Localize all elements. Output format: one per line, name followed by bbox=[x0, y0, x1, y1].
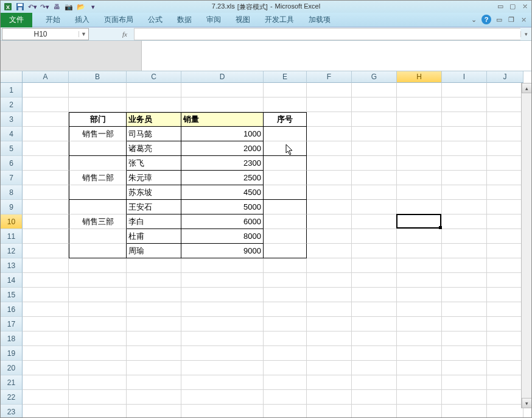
cell-H13[interactable] bbox=[397, 258, 442, 273]
cell-A5[interactable] bbox=[23, 141, 69, 156]
cell-I14[interactable] bbox=[442, 273, 487, 288]
cell-F18[interactable] bbox=[307, 331, 352, 346]
cell-G23[interactable] bbox=[352, 405, 397, 418]
cell-H14[interactable] bbox=[397, 273, 442, 288]
cell-C10[interactable]: 李白 bbox=[127, 214, 181, 229]
cell-E23[interactable] bbox=[264, 405, 307, 418]
cell-J9[interactable] bbox=[487, 200, 523, 214]
cell-G3[interactable] bbox=[352, 112, 397, 127]
cell-D11[interactable]: 8000 bbox=[181, 229, 264, 244]
cell-A3[interactable] bbox=[23, 112, 69, 127]
cell-G14[interactable] bbox=[352, 273, 397, 288]
cell-D18[interactable] bbox=[181, 331, 264, 346]
cell-H12[interactable] bbox=[397, 244, 442, 258]
cell-I6[interactable] bbox=[442, 156, 487, 171]
cell-A15[interactable] bbox=[23, 288, 69, 302]
cell-E11[interactable] bbox=[264, 229, 307, 244]
maximize-icon[interactable]: ▢ bbox=[508, 2, 517, 10]
cell-B5[interactable] bbox=[69, 141, 127, 156]
cell-A17[interactable] bbox=[23, 317, 69, 331]
cell-D14[interactable] bbox=[181, 273, 264, 288]
cell-A1[interactable] bbox=[23, 83, 69, 97]
cell-D23[interactable] bbox=[181, 405, 264, 418]
cell-I1[interactable] bbox=[442, 83, 487, 97]
cell-F16[interactable] bbox=[307, 302, 352, 317]
cell-D17[interactable] bbox=[181, 317, 264, 331]
cell-F10[interactable] bbox=[307, 214, 352, 229]
formula-input[interactable] bbox=[134, 28, 520, 40]
open-icon[interactable]: 📂 bbox=[76, 2, 86, 12]
row-header-22[interactable]: 22 bbox=[1, 390, 23, 405]
cell-I11[interactable] bbox=[442, 229, 487, 244]
cell-D10[interactable]: 6000 bbox=[181, 214, 264, 229]
cell-E5[interactable] bbox=[264, 141, 307, 156]
cell-G4[interactable] bbox=[352, 127, 397, 141]
cell-F17[interactable] bbox=[307, 317, 352, 331]
cell-C12[interactable]: 周瑜 bbox=[127, 244, 181, 258]
cell-F4[interactable] bbox=[307, 127, 352, 141]
cell-H16[interactable] bbox=[397, 302, 442, 317]
cell-I2[interactable] bbox=[442, 97, 487, 112]
cell-C4[interactable]: 司马懿 bbox=[127, 127, 181, 141]
cell-I17[interactable] bbox=[442, 317, 487, 331]
cell-E20[interactable] bbox=[264, 361, 307, 375]
cell-A19[interactable] bbox=[23, 346, 69, 361]
cell-D5[interactable]: 2000 bbox=[181, 141, 264, 156]
cell-D22[interactable] bbox=[181, 390, 264, 405]
cell-C14[interactable] bbox=[127, 273, 181, 288]
cell-B11[interactable] bbox=[69, 229, 127, 244]
window-minimize-icon[interactable]: ▭ bbox=[495, 15, 503, 24]
cell-B13[interactable] bbox=[69, 258, 127, 273]
cell-I7[interactable] bbox=[442, 171, 487, 185]
cell-E19[interactable] bbox=[264, 346, 307, 361]
cell-J23[interactable] bbox=[487, 405, 523, 418]
row-header-4[interactable]: 4 bbox=[1, 127, 23, 141]
cell-G10[interactable] bbox=[352, 214, 397, 229]
cell-D7[interactable]: 2500 bbox=[181, 171, 264, 185]
cell-F5[interactable] bbox=[307, 141, 352, 156]
cell-I12[interactable] bbox=[442, 244, 487, 258]
cell-E2[interactable] bbox=[264, 97, 307, 112]
column-header-D[interactable]: D bbox=[181, 71, 264, 83]
cell-J15[interactable] bbox=[487, 288, 523, 302]
cell-E21[interactable] bbox=[264, 375, 307, 390]
vertical-scrollbar[interactable]: ▴ ▾ bbox=[521, 83, 531, 408]
insert-function-icon[interactable]: fx bbox=[119, 29, 130, 40]
cell-J4[interactable] bbox=[487, 127, 523, 141]
cell-B14[interactable] bbox=[69, 273, 127, 288]
cell-C7[interactable]: 朱元璋 bbox=[127, 171, 181, 185]
cell-A13[interactable] bbox=[23, 258, 69, 273]
cell-D21[interactable] bbox=[181, 375, 264, 390]
cell-G5[interactable] bbox=[352, 141, 397, 156]
cell-A9[interactable] bbox=[23, 200, 69, 214]
cell-F1[interactable] bbox=[307, 83, 352, 97]
cell-B6[interactable] bbox=[69, 156, 127, 171]
cell-C9[interactable]: 王安石 bbox=[127, 200, 181, 214]
row-header-14[interactable]: 14 bbox=[1, 273, 23, 288]
cell-F20[interactable] bbox=[307, 361, 352, 375]
cell-B23[interactable] bbox=[69, 405, 127, 418]
cell-B22[interactable] bbox=[69, 390, 127, 405]
cell-F13[interactable] bbox=[307, 258, 352, 273]
row-header-6[interactable]: 6 bbox=[1, 156, 23, 171]
cell-J19[interactable] bbox=[487, 346, 523, 361]
cell-B3[interactable]: 部门 bbox=[69, 112, 127, 127]
cell-J1[interactable] bbox=[487, 83, 523, 97]
cell-E6[interactable] bbox=[264, 156, 307, 171]
cell-H21[interactable] bbox=[397, 375, 442, 390]
column-header-G[interactable]: G bbox=[352, 71, 397, 83]
cell-J5[interactable] bbox=[487, 141, 523, 156]
cell-C17[interactable] bbox=[127, 317, 181, 331]
cell-F22[interactable] bbox=[307, 390, 352, 405]
cell-G1[interactable] bbox=[352, 83, 397, 97]
undo-icon[interactable]: ↶▾ bbox=[27, 2, 37, 12]
file-tab[interactable]: 文件 bbox=[1, 13, 32, 27]
cell-H17[interactable] bbox=[397, 317, 442, 331]
tab-addins[interactable]: 加载项 bbox=[301, 15, 338, 25]
cell-E14[interactable] bbox=[264, 273, 307, 288]
cell-D6[interactable]: 2300 bbox=[181, 156, 264, 171]
cell-E12[interactable] bbox=[264, 244, 307, 258]
cell-C3[interactable]: 业务员 bbox=[127, 112, 181, 127]
cell-J10[interactable] bbox=[487, 214, 523, 229]
formula-bar-expand-icon[interactable]: ▾ bbox=[520, 31, 531, 37]
